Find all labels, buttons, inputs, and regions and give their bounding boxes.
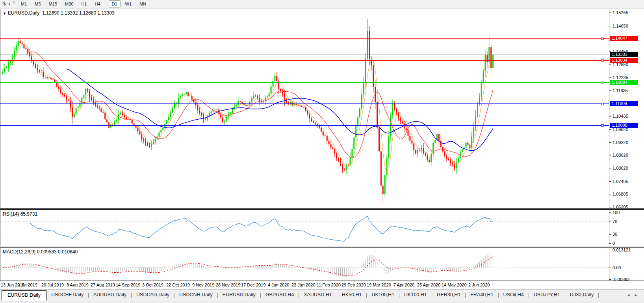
axis-tick-label: 100: [612, 210, 620, 215]
timeframe-button-w1[interactable]: W1: [122, 0, 135, 7]
rsi-plot[interactable]: [0, 210, 609, 246]
chart-tab-fra40-h1[interactable]: FRA40,H1: [466, 290, 498, 299]
axis-tick-label: 1.14650: [612, 24, 628, 28]
tab-separator: [598, 293, 599, 298]
price-axis[interactable]: 1.152651.146501.134501.128501.122351.116…: [609, 9, 644, 208]
chart-ohlc: 1.12690 1.13392 1.12680 1.13303: [42, 10, 115, 16]
crosshair-tool-button[interactable]: ▾: [0, 0, 12, 7]
axis-tick: [609, 207, 611, 207]
date-label: 11 Feb 2020: [317, 283, 341, 287]
date-axis[interactable]: 13 Jun 20192 Jul 201920 Jul 20198 Aug 20…: [0, 281, 644, 290]
date-label: 14 Sep 2019: [116, 283, 140, 287]
axis-tick-label: 0: [612, 241, 615, 246]
price-plot[interactable]: [0, 9, 609, 208]
chart-tab-usdchf-daily[interactable]: USDCHF,Daily: [46, 290, 88, 299]
chart-tab-uk100-h1[interactable]: UK100,H1: [367, 290, 399, 299]
axis-tick: [609, 155, 611, 155]
price-chart-panel: ▼EURUSD,Daily 1.12690 1.13392 1.12680 1.…: [0, 9, 644, 209]
axis-tick: [609, 13, 611, 13]
tab-scroll-left-icon[interactable]: ◄: [627, 293, 634, 297]
chart-tab-eurusd-daily[interactable]: EURUSD,Daily: [218, 290, 260, 299]
axis-tick: [609, 129, 611, 130]
date-label: 2 Jul 2019: [17, 283, 37, 287]
axis-tick: [609, 268, 611, 268]
macd-plot[interactable]: [0, 248, 609, 281]
status-strip: [0, 301, 644, 303]
axis-tick: [609, 168, 611, 168]
toolbar-separator: [106, 1, 106, 7]
axis-tick-label: 1.11635: [612, 88, 628, 93]
axis-tick: [609, 243, 611, 244]
tab-scroll-right-icon[interactable]: ►: [634, 293, 642, 297]
chart-tab-usoil-h4[interactable]: USOil,H4: [499, 290, 529, 299]
chart-tabs: EURUSD,DailyUSDCHF,DailyAUDUSD,DailyUSDC…: [0, 290, 644, 301]
macd-axis[interactable]: 0.0131210.00-0.00893: [609, 248, 644, 281]
axis-tick-label: 30: [612, 232, 617, 236]
crosshair-icon: [2, 1, 7, 7]
current-price-label: 1.13303: [610, 52, 638, 57]
date-label: 29 Feb 2020: [341, 283, 366, 287]
timeframe-button-h1[interactable]: H1: [78, 0, 90, 7]
date-label: 7 Apr 2020: [393, 283, 414, 287]
date-label: 19 Mar 2020: [367, 283, 391, 287]
axis-tick: [609, 116, 611, 116]
chart-tab-ger30-h1[interactable]: GER30,H1: [432, 290, 465, 299]
axis-tick: [609, 212, 611, 213]
chart-tab-xauusd-h1[interactable]: XAUUSD,H1: [299, 290, 337, 299]
date-label: 28 Nov 2019: [216, 283, 240, 287]
macd-panel: MACD(12,26,9) 0.009583 0.010840 0.013121…: [0, 247, 644, 281]
axis-tick-label: 1.09220: [612, 140, 628, 145]
chart-tab-eurusd-daily[interactable]: EURUSD,Daily: [2, 290, 46, 301]
timeframe-button-m1[interactable]: M1: [18, 0, 30, 7]
chart-symbol: EURUSD,Daily: [8, 10, 40, 16]
toolbar-grip[interactable]: [13, 1, 15, 7]
date-label: 27 Aug 2019: [91, 283, 115, 287]
chart-tab-hk50-h1[interactable]: HK50,H1: [337, 290, 367, 299]
timeframe-button-m5[interactable]: M5: [32, 0, 44, 7]
axis-tick: [609, 78, 611, 78]
axis-tick-label: 1.08620: [612, 153, 628, 157]
axis-tick: [609, 194, 611, 194]
chart-tab-usdcad-daily[interactable]: USDCAD,Daily: [132, 290, 174, 299]
date-label: 8 Aug 2019: [67, 283, 89, 287]
timeframe-button-m15[interactable]: M15: [46, 0, 60, 7]
axis-tick: [609, 91, 611, 91]
date-label: 14 May 2020: [442, 283, 467, 287]
timeframe-button-mn[interactable]: MN: [136, 0, 149, 7]
chart-tab-gbpusd-h4[interactable]: GBPUSD,H4: [261, 290, 299, 299]
axis-tick-label: 1.10435: [612, 114, 628, 118]
chart-dropdown-icon[interactable]: ▼: [3, 11, 6, 15]
rsi-label: RSI(14) 65.9731: [3, 211, 37, 217]
axis-tick-label: 1.06205: [612, 205, 628, 209]
chart-tab-usdjpy-h1[interactable]: USDJPY,H1: [529, 290, 565, 299]
timeframe-buttons: M1M5M15M30H1H4D1W1MN: [17, 0, 150, 8]
level-price-label: 1.12004: [610, 80, 638, 85]
date-label: 9 Nov 2019: [192, 283, 214, 287]
axis-tick: [609, 26, 611, 26]
timeframe-button-m30[interactable]: M30: [62, 0, 76, 7]
axis-tick-label: 1.15265: [612, 10, 628, 15]
axis-tick-label: 1.12235: [612, 75, 628, 80]
chevron-down-icon: ▾: [9, 2, 10, 6]
level-price-label: 1.10008: [610, 123, 638, 128]
axis-tick: [609, 279, 611, 280]
axis-tick: [609, 234, 611, 235]
date-label: 2 Jun 2020: [468, 283, 490, 287]
level-price-label: 1.13034: [610, 58, 638, 63]
rsi-panel: RSI(14) 65.9731 10070300: [0, 209, 644, 246]
chart-tab-usdcnh-daily[interactable]: USDCNH,Daily: [174, 290, 217, 299]
date-label: 4 Jan 2020: [268, 283, 289, 287]
date-label: 17 Dec 2019: [241, 283, 265, 287]
axis-tick-label: 1.07405: [612, 179, 628, 184]
timeframe-button-h4[interactable]: H4: [91, 0, 103, 7]
axis-tick: [609, 65, 611, 65]
mt4-window: ▾ M1M5M15M30H1H4D1W1MN ▼EURUSD,Daily 1.1…: [0, 0, 644, 303]
tab-scroll-arrows: ◄►: [627, 293, 642, 297]
chart-tab-dj30-daily[interactable]: DJ30,Daily: [565, 290, 598, 299]
chart-tab-audusd-daily[interactable]: AUDUSD,Daily: [89, 290, 131, 299]
chart-tab-uk100-h1[interactable]: UK100,H1: [399, 290, 432, 299]
rsi-axis[interactable]: 10070300: [609, 210, 644, 246]
chart-title: ▼EURUSD,Daily 1.12690 1.13392 1.12680 1.…: [3, 10, 115, 16]
date-label: 22 Oct 2019: [166, 283, 190, 287]
timeframe-button-d1[interactable]: D1: [109, 0, 121, 7]
